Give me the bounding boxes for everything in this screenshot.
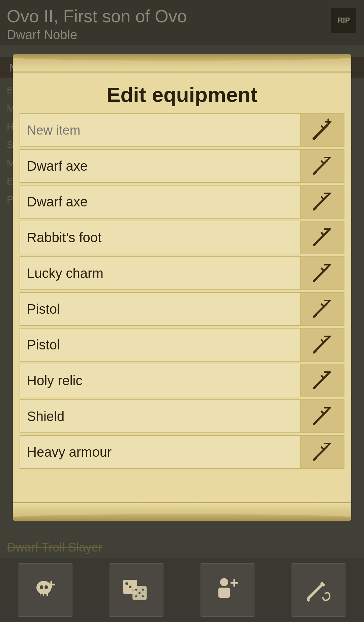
svg-rect-53 — [40, 594, 43, 596]
new-item-row[interactable] — [20, 113, 344, 147]
sword-remove-icon-4 — [310, 297, 334, 321]
svg-line-73 — [308, 585, 322, 598]
sword-remove-icon-6 — [310, 369, 334, 392]
dice-button[interactable] — [110, 563, 163, 617]
svg-line-23 — [322, 268, 324, 271]
sword-remove-icon-7 — [310, 404, 334, 428]
scroll-inner: Edit equipment — [13, 73, 351, 502]
svg-line-38 — [322, 376, 324, 378]
scroll-bottom-curl — [13, 502, 351, 521]
sword-remove-icon-8 — [310, 440, 334, 464]
scroll-top-curl — [13, 54, 351, 73]
svg-point-55 — [40, 585, 43, 589]
equipment-list: Dwarf axe Dwarf axe — [20, 149, 344, 472]
svg-point-66 — [139, 592, 141, 594]
equip-name-1: Dwarf axe — [20, 186, 300, 218]
equip-name-0: Dwarf axe — [20, 150, 300, 182]
svg-line-18 — [322, 233, 324, 235]
svg-point-69 — [220, 578, 228, 586]
equip-name-4: Pistol — [20, 293, 300, 325]
bottom-toolbar — [0, 558, 364, 622]
svg-point-60 — [125, 582, 128, 585]
equip-row-3: Lucky charm — [20, 256, 344, 290]
skull-plus-icon — [30, 575, 61, 605]
equip-row-6: Holy relic — [20, 364, 344, 397]
sword-remove-icon-0 — [310, 154, 334, 178]
sword-remove-icon-2 — [310, 226, 334, 249]
equip-name-2: Rabbit's foot — [20, 221, 300, 254]
add-character-button[interactable] — [19, 563, 72, 617]
svg-line-43 — [322, 412, 324, 414]
svg-point-64 — [135, 589, 137, 591]
modal-scroll: Edit equipment — [13, 54, 351, 521]
edit-button[interactable] — [292, 563, 345, 617]
add-item-button[interactable] — [300, 114, 344, 146]
sword-plus-icon — [309, 117, 336, 144]
equip-remove-btn-2[interactable] — [300, 221, 344, 254]
equip-remove-btn-0[interactable] — [300, 150, 344, 182]
svg-point-61 — [129, 586, 131, 588]
svg-point-67 — [135, 595, 137, 597]
sword-remove-icon-1 — [310, 190, 334, 214]
equip-remove-btn-4[interactable] — [300, 293, 344, 325]
add-hero-button[interactable] — [201, 563, 254, 617]
svg-point-68 — [142, 595, 144, 597]
equip-remove-btn-7[interactable] — [300, 400, 344, 432]
dice-icon — [121, 575, 152, 605]
equip-remove-btn-8[interactable] — [300, 436, 344, 468]
equip-row-7: Shield — [20, 399, 344, 433]
equip-name-7: Shield — [20, 400, 300, 432]
equip-row-1: Dwarf axe — [20, 185, 344, 219]
svg-rect-54 — [44, 594, 47, 596]
scroll-body: Edit equipment — [13, 73, 351, 502]
svg-point-56 — [44, 585, 48, 589]
equip-name-5: Pistol — [20, 329, 300, 361]
svg-line-48 — [322, 447, 324, 450]
svg-line-33 — [322, 340, 324, 342]
svg-point-65 — [142, 589, 144, 591]
pen-icon — [303, 575, 334, 605]
equip-remove-btn-6[interactable] — [300, 364, 344, 397]
equip-name-8: Heavy armour — [20, 436, 300, 468]
equip-remove-btn-1[interactable] — [300, 186, 344, 218]
equip-name-3: Lucky charm — [20, 257, 300, 289]
svg-line-28 — [322, 304, 324, 307]
sword-remove-icon-5 — [310, 333, 334, 357]
svg-line-2 — [322, 126, 324, 129]
svg-rect-70 — [218, 588, 230, 598]
modal-title: Edit equipment — [20, 73, 344, 113]
equip-remove-btn-3[interactable] — [300, 257, 344, 289]
svg-line-8 — [322, 161, 324, 164]
svg-line-13 — [322, 197, 324, 199]
hero-add-icon — [212, 575, 243, 605]
equip-row-0: Dwarf axe — [20, 149, 344, 183]
equip-name-6: Holy relic — [20, 364, 300, 397]
equip-row-4: Pistol — [20, 292, 344, 326]
sword-remove-icon-3 — [310, 261, 334, 285]
equip-row-8: Heavy armour — [20, 435, 344, 469]
equip-row-5: Pistol — [20, 328, 344, 362]
equip-row-2: Rabbit's foot — [20, 221, 344, 254]
new-item-input[interactable] — [20, 114, 300, 146]
equip-remove-btn-5[interactable] — [300, 329, 344, 361]
